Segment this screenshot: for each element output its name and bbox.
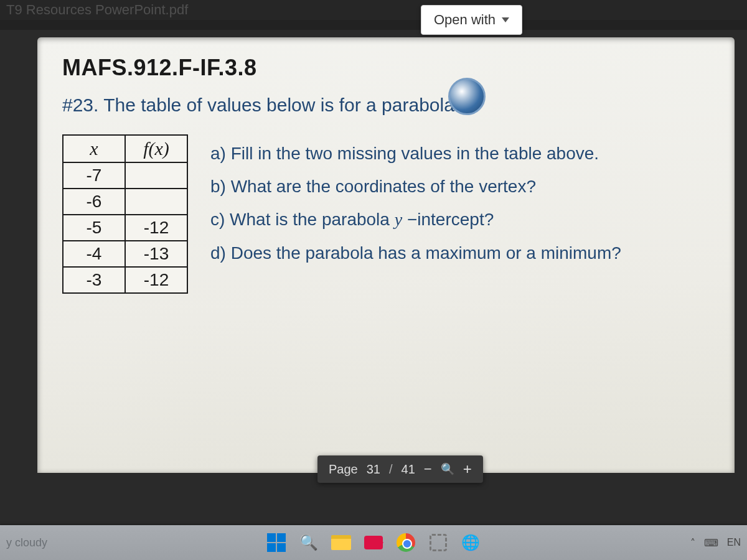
subpart-c-post: −intercept?	[402, 210, 494, 229]
cell-fx: -13	[125, 241, 187, 267]
chevron-down-icon	[502, 17, 509, 22]
cell-x: -7	[63, 162, 125, 189]
camera-app-button[interactable]	[363, 532, 384, 553]
subpart-c: c) What is the parabola y −intercept?	[210, 203, 621, 236]
zoom-icon[interactable]: 🔍	[441, 462, 454, 476]
cell-x: -3	[63, 267, 125, 293]
search-button[interactable]: 🔍	[298, 532, 319, 553]
content-row: x f(x) -7 -6 -5 -12 -4 -13	[62, 134, 710, 294]
col-header-x: x	[63, 135, 125, 162]
pdf-page-toolbar: Page 31 / 41 − 🔍 +	[317, 455, 483, 483]
snipping-tool-button[interactable]	[428, 532, 449, 553]
school-logo-icon	[448, 78, 486, 115]
page-sep: /	[389, 462, 393, 477]
subpart-c-var: y	[395, 210, 402, 229]
cell-fx	[125, 162, 187, 189]
cell-x: -5	[63, 215, 125, 241]
values-table: x f(x) -7 -6 -5 -12 -4 -13	[62, 134, 188, 294]
cell-x: -4	[63, 241, 125, 267]
cell-x: -6	[63, 189, 125, 215]
chrome-button[interactable]	[395, 532, 416, 553]
subpart-a: a) Fill in the two missing values in the…	[210, 137, 621, 170]
taskbar: y cloudy 🔍 🌐 ˄ ⌨ EN	[0, 525, 747, 560]
subpart-d: d) Does the parabola has a maximum or a …	[210, 236, 621, 269]
page-current[interactable]: 31	[367, 462, 380, 477]
screen: T9 Resources PowerPoint.pdf Open with MA…	[0, 0, 747, 535]
doc-viewer-toolbar	[0, 0, 747, 30]
chrome-icon	[397, 533, 415, 552]
taskbar-weather[interactable]: y cloudy	[6, 536, 47, 549]
subparts: a) Fill in the two missing values in the…	[210, 134, 621, 269]
file-explorer-button[interactable]	[331, 532, 352, 553]
table-row: -6	[63, 189, 187, 215]
camera-icon	[364, 536, 383, 549]
page-total: 41	[402, 462, 415, 477]
cell-fx	[125, 189, 187, 215]
zoom-out-button[interactable]: −	[424, 461, 432, 477]
folder-icon	[331, 535, 351, 550]
keyboard-icon[interactable]: ⌨	[704, 537, 718, 549]
taskbar-center: 🔍 🌐	[266, 532, 481, 553]
col-header-fx: f(x)	[125, 135, 187, 162]
search-icon: 🔍	[299, 534, 318, 551]
tray-chevron-icon[interactable]: ˄	[690, 537, 695, 549]
table-header-row: x f(x)	[63, 135, 187, 162]
app-button[interactable]: 🌐	[460, 532, 481, 553]
subpart-c-pre: c) What is the parabola	[210, 210, 395, 229]
cell-fx: -12	[125, 215, 187, 241]
table-row: -7	[63, 162, 187, 189]
cell-fx: -12	[125, 267, 187, 293]
windows-logo-icon	[267, 533, 286, 552]
language-indicator[interactable]: EN	[727, 537, 741, 548]
snip-icon	[430, 534, 447, 551]
table-row: -4 -13	[63, 241, 187, 267]
subpart-b: b) What are the coordinates of the verte…	[210, 170, 621, 203]
table-row: -5 -12	[63, 215, 187, 241]
question-stem: #23. The table of values below is for a …	[62, 95, 710, 116]
taskbar-right: ˄ ⌨ EN	[690, 537, 741, 549]
globe-icon: 🌐	[461, 534, 480, 551]
page-label: Page	[329, 462, 358, 477]
standard-code: MAFS.912.F-IF.3.8	[62, 55, 710, 81]
slide-content: MAFS.912.F-IF.3.8 #23. The table of valu…	[37, 37, 735, 473]
open-with-button[interactable]: Open with	[421, 5, 522, 35]
windows-start-button[interactable]	[266, 532, 287, 553]
table-row: -3 -12	[63, 267, 187, 293]
open-with-label: Open with	[434, 12, 496, 28]
zoom-in-button[interactable]: +	[463, 460, 472, 478]
